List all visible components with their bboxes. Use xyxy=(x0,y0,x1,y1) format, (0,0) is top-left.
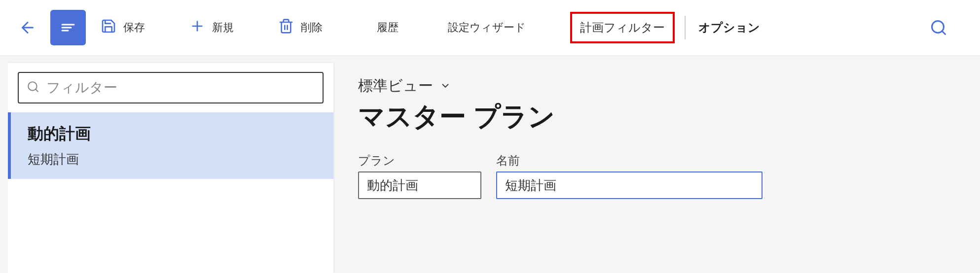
filter-wrapper xyxy=(8,63,333,112)
options-button[interactable]: オプション xyxy=(685,16,773,39)
field-name: 名前 xyxy=(496,153,762,199)
plus-icon xyxy=(189,18,205,37)
view-dropdown[interactable]: 標準ビュー xyxy=(358,76,955,96)
history-label: 履歴 xyxy=(377,20,399,35)
back-button[interactable] xyxy=(10,10,45,45)
history-button[interactable]: 履歴 xyxy=(367,12,408,43)
chevron-down-icon xyxy=(440,78,451,95)
save-label: 保存 xyxy=(123,20,145,35)
plan-input[interactable] xyxy=(358,171,481,199)
name-field-label: 名前 xyxy=(496,153,762,169)
page-title: マスター プラン xyxy=(358,99,955,135)
search-button[interactable] xyxy=(921,10,956,45)
svg-line-9 xyxy=(942,31,945,34)
list-item-subtitle: 短期計画 xyxy=(28,151,314,168)
menu-button[interactable] xyxy=(50,10,86,45)
save-icon xyxy=(101,18,116,37)
delete-button[interactable]: 削除 xyxy=(268,12,332,43)
toolbar: 保存 新規 削除 履歴 設定ウィザード 計画フィルター オプション xyxy=(0,0,980,55)
options-label: オプション xyxy=(698,20,760,35)
view-label: 標準ビュー xyxy=(358,76,433,96)
list-item[interactable]: 動的計画 短期計画 xyxy=(8,112,333,179)
wizard-label: 設定ウィザード xyxy=(448,20,526,35)
content: 標準ビュー マスター プラン プラン 名前 xyxy=(333,63,980,273)
main-area: 動的計画 短期計画 標準ビュー マスター プラン プラン 名前 xyxy=(0,63,980,273)
field-plan: プラン xyxy=(358,153,481,199)
filter-input[interactable] xyxy=(18,72,324,103)
name-input[interactable] xyxy=(496,171,762,199)
sidebar: 動的計画 短期計画 xyxy=(8,63,333,273)
new-button[interactable]: 新規 xyxy=(180,12,244,43)
wizard-button[interactable]: 設定ウィザード xyxy=(438,12,536,43)
save-button[interactable]: 保存 xyxy=(91,12,155,43)
plan-filter-label: 計画フィルター xyxy=(580,20,665,35)
fields-row: プラン 名前 xyxy=(358,153,955,199)
list-item-title: 動的計画 xyxy=(28,123,314,145)
plan-field-label: プラン xyxy=(358,153,481,169)
filter-search-icon xyxy=(27,80,39,95)
delete-label: 削除 xyxy=(301,20,323,35)
trash-icon xyxy=(278,18,294,37)
new-label: 新規 xyxy=(212,20,234,35)
plan-filter-button[interactable]: 計画フィルター xyxy=(570,12,675,43)
svg-line-11 xyxy=(36,89,38,92)
